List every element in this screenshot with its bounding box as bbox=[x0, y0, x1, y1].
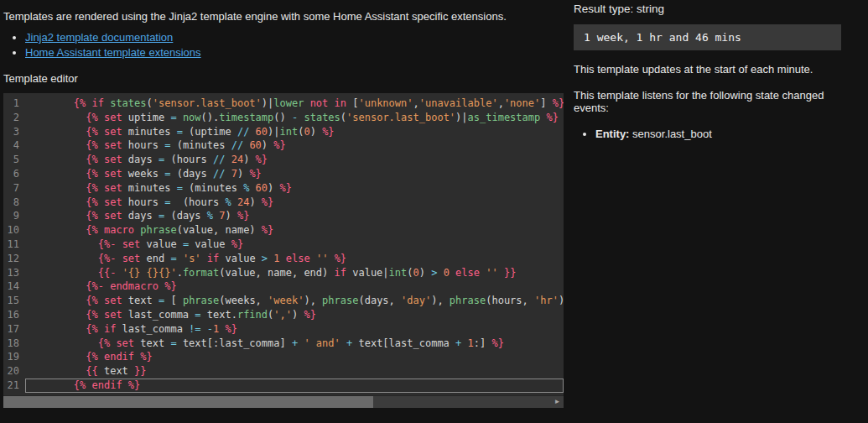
entity-list-item: Entity: sensor.last_boot bbox=[595, 128, 861, 140]
line-number: 15 bbox=[3, 294, 25, 308]
code-line[interactable]: 14 {%- endmacro %} bbox=[3, 279, 564, 294]
result-type-label: Result type: string bbox=[574, 3, 861, 15]
code-line-content[interactable]: {% set last_comma = text.rfind(',') %} bbox=[25, 308, 564, 322]
result-updates-text: This template updates at the start of ea… bbox=[574, 63, 861, 76]
result-column: Result type: string 1 week, 1 hr and 46 … bbox=[564, 0, 868, 423]
line-number: 8 bbox=[3, 196, 25, 210]
entity-list: Entity: sensor.last_boot bbox=[574, 128, 861, 140]
code-line[interactable]: 12 {%- set end = 's' if value > 1 else '… bbox=[3, 252, 564, 266]
line-number: 21 bbox=[3, 379, 25, 393]
code-line[interactable]: 13 {{- '{} {}{}'.format(value, name, end… bbox=[3, 266, 564, 280]
code-line[interactable]: 19 {% endif %} bbox=[3, 350, 564, 364]
result-value: 1 week, 1 hr and 46 mins bbox=[574, 24, 841, 50]
horizontal-scrollbar[interactable]: ► bbox=[3, 395, 564, 408]
entity-label: Entity: bbox=[595, 128, 629, 140]
code-line-content[interactable]: {% set hours = (hours % 24) %} bbox=[25, 196, 564, 210]
code-line-content[interactable]: {%- set end = 's' if value > 1 else '' %… bbox=[25, 252, 564, 266]
code-line[interactable]: 9 {% set days = (days % 7) %} bbox=[3, 209, 564, 223]
code-line[interactable]: 20 {{ text }} bbox=[3, 364, 564, 379]
link-jinja2-docs[interactable]: Jinja2 template documentation bbox=[25, 31, 173, 44]
code-line[interactable]: 8 {% set hours = (hours % 24) %} bbox=[3, 196, 564, 210]
code-line-content[interactable]: {%- set value = value %} bbox=[25, 238, 564, 252]
code-line[interactable]: 15 {% set text = [ phrase(weeks, 'week')… bbox=[3, 294, 564, 308]
line-number: 3 bbox=[3, 125, 25, 139]
code-line-content[interactable]: {% endif %} bbox=[25, 350, 564, 364]
line-number: 7 bbox=[3, 181, 25, 196]
code-line[interactable]: 1 {% if states('sensor.last_boot')|lower… bbox=[3, 97, 564, 111]
code-line-content[interactable]: {% set text = [ phrase(weeks, 'week'), p… bbox=[25, 294, 564, 308]
line-number: 13 bbox=[3, 266, 25, 280]
code-line-content[interactable]: {% endif %} bbox=[25, 379, 564, 393]
line-number: 20 bbox=[3, 364, 25, 379]
code-line[interactable]: 10 {% macro phrase(value, name) %} bbox=[3, 223, 564, 238]
line-number: 16 bbox=[3, 308, 25, 322]
line-number: 1 bbox=[3, 97, 25, 111]
line-number: 12 bbox=[3, 252, 25, 266]
code-line[interactable]: 5 {% set days = (hours // 24) %} bbox=[3, 153, 564, 167]
code-line-content[interactable]: {%- endmacro %} bbox=[25, 279, 564, 294]
line-number: 17 bbox=[3, 322, 25, 337]
code-line[interactable]: 11 {%- set value = value %} bbox=[3, 238, 564, 252]
template-editor[interactable]: 1 {% if states('sensor.last_boot')|lower… bbox=[3, 93, 564, 408]
line-number: 9 bbox=[3, 209, 25, 223]
code-line[interactable]: 3 {% set minutes = (uptime // 60)|int(0)… bbox=[3, 125, 564, 139]
line-number: 18 bbox=[3, 337, 25, 351]
code-line-content[interactable]: {{- '{} {}{}'.format(value, name, end) i… bbox=[25, 266, 564, 280]
line-number: 5 bbox=[3, 153, 25, 167]
code-line-content[interactable]: {% set weeks = (days // 7) %} bbox=[25, 167, 564, 181]
editor-column: Templates are rendered using the Jinja2 … bbox=[0, 0, 564, 423]
line-number: 14 bbox=[3, 279, 25, 294]
code-line-content[interactable]: {% set minutes = (minutes % 60) %} bbox=[25, 181, 564, 196]
code-line[interactable]: 4 {% set hours = (minutes // 60) %} bbox=[3, 138, 564, 153]
code-line[interactable]: 2 {% set uptime = now().timestamp() - st… bbox=[3, 111, 564, 125]
code-line[interactable]: 16 {% set last_comma = text.rfind(',') %… bbox=[3, 308, 564, 322]
code-line[interactable]: 6 {% set weeks = (days // 7) %} bbox=[3, 167, 564, 181]
line-number: 11 bbox=[3, 238, 25, 252]
code-line-content[interactable]: {% if states('sensor.last_boot')|lower n… bbox=[25, 97, 564, 111]
code-line[interactable]: 18 {% set text = text[:last_comma] + ' a… bbox=[3, 337, 564, 351]
scrollbar-thumb[interactable] bbox=[3, 396, 373, 408]
code-line-content[interactable]: {% set minutes = (uptime // 60)|int(0) %… bbox=[25, 125, 564, 139]
code-line-content[interactable]: {% if last_comma != -1 %} bbox=[25, 322, 564, 337]
code-line-content[interactable]: {{ text }} bbox=[25, 364, 564, 379]
template-editor-label: Template editor bbox=[3, 72, 564, 85]
link-ha-template-extensions[interactable]: Home Assistant template extensions bbox=[25, 46, 201, 59]
line-number: 4 bbox=[3, 138, 25, 153]
list-item: Jinja2 template documentation bbox=[25, 31, 564, 44]
scroll-right-arrow-icon[interactable]: ► bbox=[551, 396, 564, 408]
line-number: 19 bbox=[3, 350, 25, 364]
code-line-content[interactable]: {% set uptime = now().timestamp() - stat… bbox=[25, 111, 564, 125]
code-line-content[interactable]: {% set hours = (minutes // 60) %} bbox=[25, 138, 564, 153]
template-dev-tools-page: Templates are rendered using the Jinja2 … bbox=[0, 0, 868, 423]
line-number: 2 bbox=[3, 111, 25, 125]
code-line-content[interactable]: {% set text = text[:last_comma] + ' and'… bbox=[25, 337, 564, 351]
result-listens-text: This template listens for the following … bbox=[574, 89, 861, 114]
code-line-content[interactable]: {% set days = (days % 7) %} bbox=[25, 209, 564, 223]
code-line-content[interactable]: {% macro phrase(value, name) %} bbox=[25, 223, 564, 238]
code-line-content[interactable]: {% set days = (hours // 24) %} bbox=[25, 153, 564, 167]
intro-text: Templates are rendered using the Jinja2 … bbox=[3, 10, 564, 23]
entity-value: sensor.last_boot bbox=[632, 128, 712, 140]
line-number: 6 bbox=[3, 167, 25, 181]
code-line[interactable]: 7 {% set minutes = (minutes % 60) %} bbox=[3, 181, 564, 196]
code-lines[interactable]: 1 {% if states('sensor.last_boot')|lower… bbox=[3, 93, 564, 395]
line-number: 10 bbox=[3, 223, 25, 238]
list-item: Home Assistant template extensions bbox=[25, 46, 564, 59]
code-line[interactable]: 21 {% endif %} bbox=[3, 379, 564, 393]
code-line[interactable]: 17 {% if last_comma != -1 %} bbox=[3, 322, 564, 337]
doc-links: Jinja2 template documentation Home Assis… bbox=[3, 31, 564, 59]
